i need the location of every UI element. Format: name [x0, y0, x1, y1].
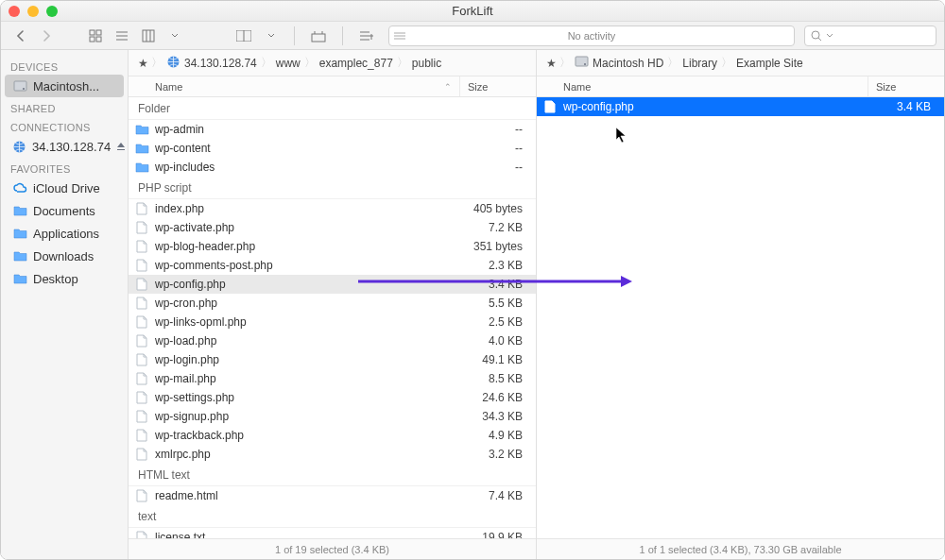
file-icon [129, 297, 155, 310]
maximize-window-button[interactable] [46, 6, 58, 17]
breadcrumb[interactable]: www [272, 57, 304, 70]
file-row[interactable]: license.txt19.9 KB [129, 528, 536, 538]
group-header: Folder [129, 97, 536, 120]
folder-icon [12, 203, 27, 218]
file-row[interactable]: wp-blog-header.php351 bytes [129, 237, 536, 256]
breadcrumb[interactable]: public [408, 57, 445, 70]
sidebar-item-desktop[interactable]: Desktop [5, 267, 124, 290]
view-list-button[interactable] [111, 25, 133, 46]
file-row[interactable]: wp-content-- [129, 139, 536, 158]
sidebar-item-icloud-drive[interactable]: iCloud Drive [5, 177, 124, 199]
file-row[interactable]: wp-activate.php7.2 KB [129, 218, 536, 237]
file-size: 3.2 KB [460, 448, 536, 461]
file-icon [129, 353, 155, 366]
breadcrumb-label: Library [682, 57, 717, 70]
breadcrumb[interactable]: Example Site [732, 57, 807, 70]
file-row[interactable]: wp-config.php3.4 KB [537, 97, 944, 116]
breadcrumb[interactable]: Library [679, 57, 721, 70]
file-row[interactable]: wp-login.php49.1 KB [129, 350, 536, 369]
file-name: wp-trackback.php [155, 429, 460, 442]
favorite-star-icon[interactable]: ★ [542, 57, 559, 70]
breadcrumb[interactable]: Macintosh HD [571, 56, 667, 70]
file-row[interactable]: readme.html7.4 KB [129, 486, 536, 505]
breadcrumb-label: Macintosh HD [593, 57, 663, 70]
file-size: -- [460, 161, 536, 174]
breadcrumb[interactable]: examplec_877 [316, 57, 397, 70]
file-size: 3.4 KB [868, 100, 944, 113]
sidebar-item-34-130-128-74[interactable]: 34.130.128.74 [5, 135, 124, 158]
file-row[interactable]: wp-config.php3.4 KB [129, 275, 536, 294]
search-icon [811, 30, 822, 42]
view-dropdown-button[interactable] [163, 25, 186, 46]
window-controls [9, 6, 58, 17]
file-size: 19.9 KB [460, 531, 536, 538]
view-columns-button[interactable] [137, 25, 160, 46]
left-pathbar[interactable]: ★〉34.130.128.74〉www〉examplec_877〉public [129, 50, 536, 76]
close-window-button[interactable] [9, 6, 20, 17]
file-size: -- [460, 123, 536, 136]
file-size: 8.5 KB [460, 372, 536, 385]
back-button[interactable] [9, 25, 31, 46]
file-icon [129, 410, 155, 423]
search-field[interactable] [804, 25, 936, 46]
folder-icon [12, 226, 27, 241]
sidebar-item-macintosh-[interactable]: Macintosh... [5, 75, 124, 97]
left-col-name[interactable]: Name⌃ [129, 76, 460, 96]
file-icon [129, 221, 155, 234]
file-icon [537, 100, 563, 113]
file-row[interactable]: wp-trackback.php4.9 KB [129, 426, 536, 445]
sort-ascending-icon: ⌃ [444, 82, 452, 92]
left-listing[interactable]: Folderwp-admin--wp-content--wp-includes-… [129, 97, 536, 538]
file-row[interactable]: xmlrpc.php3.2 KB [129, 445, 536, 464]
panel-dropdown-button[interactable] [260, 25, 283, 46]
file-row[interactable]: wp-signup.php34.3 KB [129, 407, 536, 426]
breadcrumb-label: public [412, 57, 441, 70]
file-row[interactable]: wp-load.php4.0 KB [129, 331, 536, 350]
file-row[interactable]: wp-links-opml.php2.5 KB [129, 313, 536, 331]
file-icon [129, 391, 155, 404]
file-row[interactable]: wp-settings.php24.6 KB [129, 388, 536, 407]
right-pathbar[interactable]: ★〉Macintosh HD〉Library〉Example Site [537, 50, 944, 76]
file-name: wp-blog-header.php [155, 240, 460, 253]
sidebar-item-documents[interactable]: Documents [5, 199, 124, 222]
view-icons-button[interactable] [84, 25, 107, 46]
file-name: readme.html [155, 489, 460, 502]
activity-text: No activity [568, 30, 616, 42]
right-col-name[interactable]: Name [537, 76, 868, 96]
file-row[interactable]: wp-mail.php8.5 KB [129, 369, 536, 388]
forward-button[interactable] [35, 25, 58, 46]
svg-point-21 [812, 31, 819, 39]
file-size: 34.3 KB [460, 410, 536, 423]
file-name: wp-activate.php [155, 221, 460, 234]
svg-rect-1 [96, 30, 101, 35]
file-size: 49.1 KB [460, 353, 536, 366]
sidebar-item-downloads[interactable]: Downloads [5, 245, 124, 267]
file-name: wp-content [155, 142, 460, 155]
favorite-star-icon[interactable]: ★ [134, 57, 151, 70]
file-row[interactable]: wp-cron.php5.5 KB [129, 294, 536, 313]
titlebar: ForkLift [1, 1, 944, 22]
left-pane: ★〉34.130.128.74〉www〉examplec_877〉public … [129, 50, 537, 559]
file-row[interactable]: index.php405 bytes [129, 199, 536, 218]
left-col-size[interactable]: Size [460, 76, 536, 96]
queue-button[interactable] [354, 25, 379, 46]
right-listing[interactable]: wp-config.php3.4 KB [537, 97, 944, 538]
sidebar-item-applications[interactable]: Applications [5, 222, 124, 245]
sync-button[interactable] [306, 25, 331, 46]
file-icon [129, 429, 155, 442]
eject-icon[interactable] [116, 140, 126, 154]
file-size: 7.2 KB [460, 221, 536, 234]
folder-icon [129, 161, 155, 173]
file-name: xmlrpc.php [155, 448, 460, 461]
svg-line-22 [818, 38, 821, 41]
file-name: wp-config.php [563, 100, 868, 113]
file-row[interactable]: wp-admin-- [129, 120, 536, 139]
minimize-window-button[interactable] [27, 6, 39, 17]
file-name: wp-settings.php [155, 391, 460, 404]
panel-toggle-button[interactable] [232, 25, 256, 46]
right-col-size[interactable]: Size [868, 76, 944, 96]
breadcrumb[interactable]: 34.130.128.74 [163, 55, 261, 72]
right-pane: ★〉Macintosh HD〉Library〉Example Site Name… [537, 50, 944, 559]
file-row[interactable]: wp-comments-post.php2.3 KB [129, 256, 536, 275]
file-row[interactable]: wp-includes-- [129, 158, 536, 177]
